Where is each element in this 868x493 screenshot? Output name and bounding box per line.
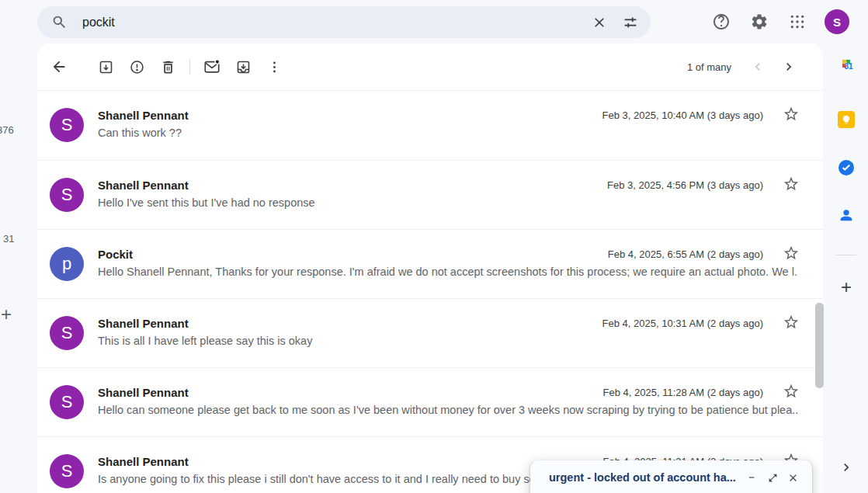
archive-icon[interactable] [90,51,121,82]
move-to-inbox-icon[interactable] [227,51,259,82]
conversation-toolbar: 1 of many [37,43,823,91]
help-icon[interactable] [706,6,737,37]
popout-fullscreen-icon[interactable] [762,467,783,488]
header-actions: S [706,6,849,37]
compose-subject[interactable]: urgent - locked out of account ha... [549,471,742,484]
search-options-tune-icon[interactable] [615,7,646,38]
label-count-top: 376 [0,124,14,136]
workspace-side-panel: 31 + [825,43,868,493]
email-snippet: This is all I have left please say this … [98,335,798,347]
sender-name: Shanell Pennant [98,109,189,122]
sender-name: Shanell Pennant [98,179,189,192]
delete-trash-icon[interactable] [152,51,183,82]
email-timestamp: Feb 4, 2025, 6:55 AM (2 days ago) [608,248,763,260]
get-addons-plus-icon[interactable]: + [841,276,852,298]
email-row[interactable]: S Shanell Pennant Can this work ?? Feb 3… [37,91,823,160]
clear-search-icon[interactable] [584,7,615,38]
sender-name: Pockit [98,248,133,261]
minimized-compose-window[interactable]: urgent - locked out of account ha... [530,460,812,493]
sender-name: Shanell Pennant [98,386,189,399]
close-icon[interactable] [783,467,803,488]
scrollbar-thumb[interactable] [815,303,824,388]
sender-name: Shanell Pennant [98,455,189,468]
older-chevron-right-icon[interactable] [773,51,804,82]
search-icon[interactable] [43,7,75,38]
email-snippet: Hello Shanell Pennant, Thanks for your r… [98,266,798,278]
star-icon[interactable] [783,175,800,193]
side-panel-divider [836,255,856,255]
toolbar-divider [189,59,190,75]
profile-avatar[interactable]: S [825,9,849,34]
email-snippet: Hello can someone please get back to me … [98,404,798,416]
email-row[interactable]: S Shanell Pennant This is all I have lef… [37,298,823,367]
star-icon[interactable] [783,383,800,400]
email-row[interactable]: S Shanell Pennant Hello can someone plea… [37,367,823,436]
more-options-icon[interactable] [259,51,290,82]
settings-gear-icon[interactable] [744,6,775,37]
sender-avatar[interactable]: S [50,316,84,350]
google-tasks-icon[interactable] [837,158,856,177]
google-keep-icon[interactable] [838,111,855,128]
sender-avatar[interactable]: S [50,178,84,212]
email-row[interactable]: S Shanell Pennant Hello I've sent this b… [37,160,823,229]
minimize-icon[interactable] [742,467,762,488]
email-timestamp: Feb 4, 2025, 10:31 AM (2 days ago) [602,318,763,329]
email-snippet: Hello I've sent this but I've had no res… [98,196,798,209]
email-timestamp: Feb 3, 2025, 4:56 PM (3 days ago) [607,179,763,191]
email-list: S Shanell Pennant Can this work ?? Feb 3… [37,91,823,493]
google-apps-grid-icon[interactable] [782,6,813,37]
conversation-panel: 1 of many S Shanell Pennant Can this wor… [37,43,823,493]
sender-avatar[interactable]: S [50,108,84,142]
sender-avatar[interactable]: p [50,247,84,281]
back-arrow-icon[interactable] [43,51,75,82]
email-timestamp: Feb 3, 2025, 10:40 AM (3 days ago) [602,109,763,121]
star-icon[interactable] [783,245,800,262]
newer-chevron-left-icon[interactable] [742,51,773,82]
hide-panel-chevron-icon[interactable] [838,460,854,475]
mark-unread-icon[interactable] [196,51,227,82]
star-icon[interactable] [783,106,800,123]
star-icon[interactable] [783,314,800,331]
report-spam-icon[interactable] [121,51,152,82]
search-bar[interactable] [37,6,651,38]
search-input[interactable] [82,16,584,30]
label-count-middle: 31 [3,233,14,245]
google-contacts-icon[interactable] [838,207,855,224]
sender-avatar[interactable]: S [50,385,84,419]
add-label-plus-icon[interactable]: + [1,304,12,325]
email-timestamp: Feb 4, 2025, 11:28 AM (2 days ago) [603,387,763,398]
sender-avatar[interactable]: S [50,454,84,488]
pagination-counter: 1 of many [687,61,731,73]
email-row[interactable]: p Pockit Hello Shanell Pennant, Thanks f… [37,229,823,298]
email-snippet: Can this work ?? [98,127,798,139]
sender-name: Shanell Pennant [98,317,189,330]
